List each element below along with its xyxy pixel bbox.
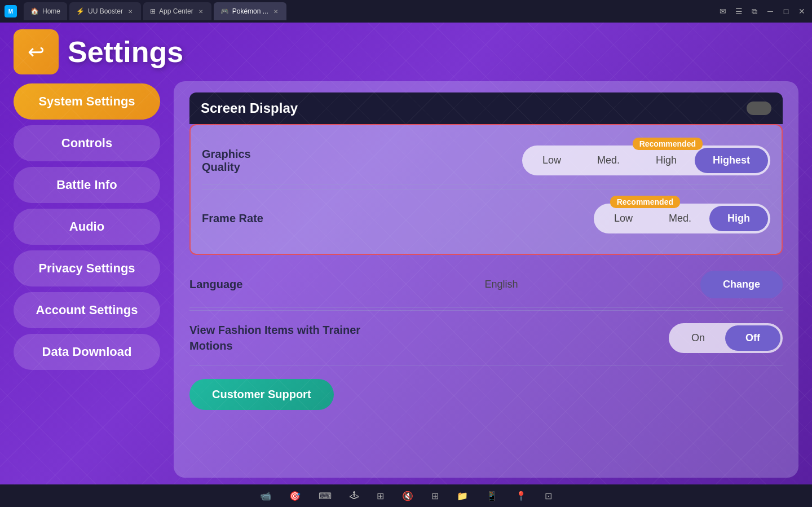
main-panel: Screen Display GraphicsQuality Recommend…	[174, 81, 798, 478]
sidebar-system-settings-label: System Settings	[38, 94, 135, 109]
main-background: ↩ Settings System Settings Controls Batt…	[0, 23, 812, 484]
sidebar-data-download-label: Data Download	[42, 345, 132, 359]
tab-uu-booster-label: UU Booster	[88, 7, 123, 15]
customer-support-btn[interactable]: Customer Support	[189, 379, 334, 410]
controller-icon[interactable]: 🕹	[350, 491, 359, 501]
volume-icon[interactable]: 🔇	[402, 491, 413, 501]
language-value: English	[302, 279, 700, 290]
section-toggle[interactable]	[747, 102, 771, 115]
tab-pokemon-label: Pokémon ...	[232, 7, 268, 15]
sidebar-battle-info-label: Battle Info	[56, 178, 117, 192]
fashion-controls: On Off	[381, 323, 783, 353]
close-tab-booster-icon[interactable]: ✕	[126, 7, 134, 15]
close-tab-app-center-icon[interactable]: ✕	[197, 7, 205, 15]
sidebar-privacy-settings-label: Privacy Settings	[38, 261, 135, 276]
graphics-med-btn[interactable]: Med.	[579, 148, 638, 173]
app-center-icon: ⊞	[150, 7, 156, 15]
section-title: Screen Display	[201, 100, 298, 116]
maximize-icon[interactable]: □	[780, 6, 792, 17]
resize-icon[interactable]: ⊞	[377, 491, 384, 501]
fashion-label: View Fashion Items with TrainerMotions	[189, 322, 381, 354]
fashion-row: View Fashion Items with TrainerMotions O…	[189, 313, 783, 363]
quality-separator	[202, 189, 770, 190]
frame-rate-row: Frame Rate Recommended Low Med. High	[202, 195, 770, 243]
logo-icon: M	[5, 5, 17, 17]
sidebar-controls-label: Controls	[61, 136, 112, 151]
back-icon: ↩	[28, 40, 45, 64]
video-icon[interactable]: 📹	[260, 491, 271, 501]
graphics-low-btn[interactable]: Low	[524, 148, 579, 173]
mail-icon[interactable]: ✉	[717, 6, 729, 17]
frame-rate-label: Frame Rate	[202, 212, 315, 225]
sidebar-item-account-settings[interactable]: Account Settings	[14, 292, 160, 328]
tab-home[interactable]: 🏠 Home	[24, 2, 67, 20]
keyboard-icon[interactable]: ⌨	[319, 491, 332, 501]
fashion-separator	[189, 365, 783, 365]
pokemon-icon: 🎮	[220, 7, 229, 15]
close-tab-pokemon-icon[interactable]: ✕	[272, 7, 280, 15]
fashion-on-btn[interactable]: On	[671, 325, 725, 351]
window-controls: ✉ ☰ ⧉ ─ □ ✕	[717, 6, 807, 17]
taskbar: M 🏠 Home ⚡ UU Booster ✕ ⊞ App Center ✕ 🎮…	[0, 0, 812, 23]
framerate-recommended-badge: Recommended	[610, 196, 680, 208]
layout-icon[interactable]: ⊡	[545, 491, 552, 501]
graphics-recommended-badge: Recommended	[633, 138, 703, 150]
grid-icon[interactable]: ⊞	[431, 491, 439, 501]
language-controls: English Change	[302, 271, 783, 298]
content-area: System Settings Controls Battle Info Aud…	[0, 81, 812, 478]
language-row: Language English Change	[189, 262, 783, 308]
app-logo: M	[5, 5, 17, 17]
language-label: Language	[189, 278, 302, 291]
sidebar-item-system-settings[interactable]: System Settings	[14, 83, 160, 120]
sidebar-account-settings-label: Account Settings	[36, 303, 138, 318]
location-icon[interactable]: 📍	[515, 491, 527, 501]
graphics-highest-btn[interactable]: Highest	[695, 148, 768, 173]
sidebar-item-battle-info[interactable]: Battle Info	[14, 167, 160, 203]
sidebar-item-audio[interactable]: Audio	[14, 209, 160, 245]
home-icon: 🏠	[30, 7, 39, 15]
tab-app-center-label: App Center	[159, 7, 193, 15]
section-header: Screen Display	[189, 92, 783, 124]
fashion-off-btn[interactable]: Off	[725, 325, 780, 351]
graphics-quality-row: GraphicsQuality Recommended Low Med. Hig…	[202, 136, 770, 185]
change-language-btn[interactable]: Change	[700, 271, 783, 298]
back-button[interactable]: ↩	[14, 29, 59, 74]
folder-icon[interactable]: 📁	[457, 491, 468, 501]
tab-home-label: Home	[42, 7, 60, 15]
quality-frame-box: GraphicsQuality Recommended Low Med. Hig…	[189, 124, 783, 255]
sidebar-audio-label: Audio	[69, 219, 104, 234]
frame-rate-high-btn[interactable]: High	[709, 206, 768, 231]
sidebar: System Settings Controls Battle Info Aud…	[14, 81, 160, 478]
bottom-toolbar: 📹 🎯 ⌨ 🕹 ⊞ 🔇 ⊞ 📁 📱 📍 ⊡	[0, 484, 812, 507]
fullscreen-icon[interactable]: ⧉	[749, 6, 760, 17]
graphics-quality-label: GraphicsQuality	[202, 148, 315, 174]
graphics-quality-controls: Recommended Low Med. High Highest	[315, 146, 770, 175]
frame-rate-med-btn[interactable]: Med.	[651, 206, 709, 231]
minimize-icon[interactable]: ─	[765, 6, 776, 17]
sidebar-item-controls[interactable]: Controls	[14, 125, 160, 161]
frame-rate-controls: Recommended Low Med. High	[315, 204, 770, 233]
booster-icon: ⚡	[76, 7, 85, 15]
frame-rate-low-btn[interactable]: Low	[596, 206, 651, 231]
close-window-icon[interactable]: ✕	[796, 6, 807, 17]
header: ↩ Settings	[0, 23, 812, 81]
tab-pokemon[interactable]: 🎮 Pokémon ... ✕	[214, 2, 286, 20]
tab-uu-booster[interactable]: ⚡ UU Booster ✕	[69, 2, 141, 20]
graphics-high-btn[interactable]: High	[638, 148, 695, 173]
target-icon[interactable]: 🎯	[289, 491, 301, 501]
page-title: Settings	[68, 35, 183, 69]
fashion-toggle-group: On Off	[669, 323, 783, 353]
sidebar-item-data-download[interactable]: Data Download	[14, 334, 160, 370]
customer-support-container: Customer Support	[189, 368, 783, 410]
sidebar-item-privacy-settings[interactable]: Privacy Settings	[14, 250, 160, 286]
mobile-icon[interactable]: 📱	[486, 491, 497, 501]
tab-app-center[interactable]: ⊞ App Center ✕	[143, 2, 211, 20]
menu-icon[interactable]: ☰	[733, 6, 744, 17]
language-separator	[189, 310, 783, 311]
